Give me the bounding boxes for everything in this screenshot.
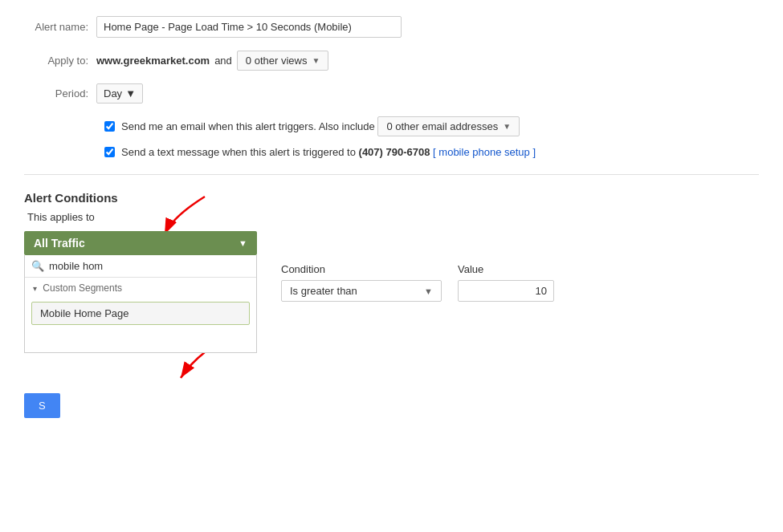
search-icon: 🔍 xyxy=(31,260,44,272)
chevron-down-icon: ▼ xyxy=(424,286,433,296)
other-emails-dropdown[interactable]: 0 other email addresses ▼ xyxy=(377,116,520,136)
other-views-label: 0 other views xyxy=(246,55,308,67)
chevron-down-icon: ▼ xyxy=(503,122,511,131)
value-column: Value xyxy=(458,263,554,302)
section-divider xyxy=(24,174,759,175)
condition-dropdown[interactable]: Is greater than ▼ xyxy=(281,280,442,302)
email-checkbox[interactable] xyxy=(104,121,115,132)
custom-segments-header: ▾ Custom Segments xyxy=(25,278,256,298)
period-label: Period: xyxy=(24,87,96,99)
sms-label-pre: Send a text message when this alert is t… xyxy=(121,146,356,158)
email-checkbox-label: Send me an email when this alert trigger… xyxy=(121,120,375,132)
sms-checkbox[interactable] xyxy=(104,147,115,157)
chevron-down-icon: ▼ xyxy=(125,87,136,99)
period-value: Day xyxy=(104,87,122,99)
alert-name-input[interactable] xyxy=(96,16,402,38)
period-dropdown[interactable]: Day ▼ xyxy=(96,83,143,104)
value-input[interactable] xyxy=(458,280,554,302)
chevron-down-icon: ▼ xyxy=(239,238,247,248)
condition-value-row: Condition Is greater than ▼ Value xyxy=(281,263,554,302)
this-applies-to-label: This applies to xyxy=(27,211,759,223)
condition-column: Condition Is greater than ▼ xyxy=(281,263,442,302)
traffic-label: All Traffic xyxy=(34,237,85,250)
search-dropdown: 🔍 ▾ Custom Segments Mobile Home Page xyxy=(24,255,257,353)
traffic-dropdown-area: All Traffic ▼ 🔍 ▾ Custom Segments xyxy=(24,231,257,353)
mobile-home-page-item[interactable]: Mobile Home Page xyxy=(31,302,250,325)
other-views-dropdown[interactable]: 0 other views ▼ xyxy=(237,51,329,71)
left-panel: All Traffic ▼ 🔍 ▾ Custom Segments xyxy=(24,231,257,353)
all-traffic-dropdown[interactable]: All Traffic ▼ xyxy=(24,231,257,255)
chevron-down-icon: ▼ xyxy=(312,56,320,65)
alert-conditions-section: Alert Conditions This applies to All Tr xyxy=(24,191,759,418)
save-button[interactable]: S xyxy=(24,393,60,418)
condition-col-label: Condition xyxy=(281,263,442,275)
alert-conditions-title: Alert Conditions xyxy=(24,191,759,205)
phone-number: (407) 790-6708 xyxy=(359,146,430,158)
alert-name-label: Alert name: xyxy=(24,21,96,33)
segment-search-input[interactable] xyxy=(49,260,250,272)
arrow-icon: ▾ xyxy=(33,284,37,293)
mobile-setup-link[interactable]: [ mobile phone setup ] xyxy=(433,146,536,158)
condition-value: Is greater than xyxy=(290,285,357,297)
custom-segments-label: Custom Segments xyxy=(43,282,122,294)
other-emails-label: 0 other email addresses xyxy=(386,120,498,132)
domain-text: www.greekmarket.com xyxy=(96,55,210,67)
and-text: and xyxy=(214,55,232,67)
value-col-label: Value xyxy=(458,263,554,275)
apply-to-label: Apply to: xyxy=(24,55,96,67)
search-input-wrapper: 🔍 xyxy=(25,255,256,278)
